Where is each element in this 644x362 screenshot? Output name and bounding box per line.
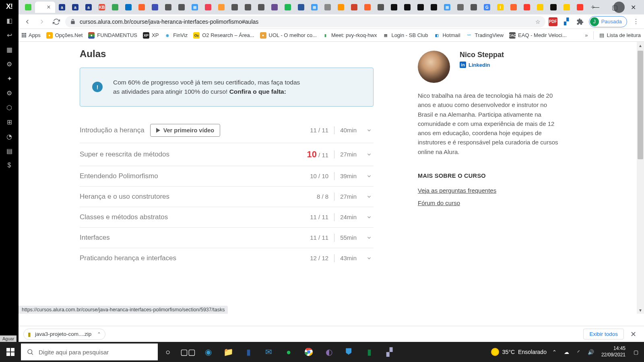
lesson-row[interactable]: Introdução a herançaVer primeiro vídeo11…	[80, 118, 374, 143]
tray-chevron-icon[interactable]: ⌃	[551, 349, 559, 355]
browser-tab[interactable]	[388, 2, 400, 13]
wifi-icon[interactable]: ◜	[575, 349, 583, 355]
browser-tab[interactable]	[242, 2, 254, 13]
browser-tab[interactable]	[162, 2, 175, 13]
browser-tab[interactable]	[321, 2, 334, 13]
lesson-row[interactable]: Entendendo Polimorfismo10 / 1039min	[80, 166, 374, 187]
browser-tab[interactable]: a	[69, 2, 82, 13]
browser-tab[interactable]	[255, 2, 268, 13]
chevron-down-icon[interactable]	[365, 128, 374, 133]
bookmark-item[interactable]: ●UOL - O melhor co...	[260, 32, 317, 39]
browser-tab[interactable]	[281, 2, 294, 13]
window-close-button[interactable]: ✕	[624, 2, 642, 13]
browser-tab[interactable]	[334, 2, 347, 13]
browser-tab[interactable]	[228, 2, 241, 13]
browser-tab[interactable]	[361, 2, 374, 13]
mail-icon[interactable]: ✉	[258, 342, 279, 362]
browser-tab[interactable]: i	[494, 2, 507, 13]
address-bar[interactable]: cursos.alura.com.br/course/java-heranca-…	[65, 16, 545, 27]
start-button[interactable]	[0, 342, 21, 362]
bookmark-item[interactable]: ◉FinViz	[164, 32, 188, 39]
window-maximize-button[interactable]: ▢	[605, 2, 624, 13]
taskbar-search[interactable]: Digite aqui para pesquisar	[21, 343, 158, 360]
browser-tab[interactable]	[268, 2, 281, 13]
clock[interactable]: 14:45 22/09/2021	[599, 346, 628, 358]
forum-link[interactable]: Fórum do curso	[418, 200, 563, 206]
reading-list-button[interactable]: ▤ Lista de leitura	[599, 32, 641, 38]
pdf-extension-icon[interactable]: PDF	[549, 17, 557, 26]
bookmark-item[interactable]: ▮Meet: pvy-rkoq-hwx	[322, 32, 377, 39]
show-all-downloads-button[interactable]: Exibir todos	[583, 329, 624, 339]
chevron-down-icon[interactable]	[365, 152, 374, 157]
browser-tab[interactable]: a	[82, 2, 95, 13]
window-minimize-button[interactable]: —	[587, 2, 605, 13]
profile-chip[interactable]: J Pausada	[589, 16, 627, 27]
close-downloads-button[interactable]: ✕	[627, 328, 639, 340]
back-button[interactable]	[22, 16, 33, 27]
scroll-thumb[interactable]	[638, 51, 643, 159]
browser-tab[interactable]: ⊞	[441, 2, 454, 13]
browser-tab[interactable]: a	[56, 2, 68, 13]
chevron-up-icon[interactable]: ⌃	[97, 331, 101, 337]
browser-tab[interactable]	[520, 2, 533, 13]
browser-tab[interactable]	[202, 2, 215, 13]
bookmark-item[interactable]: ●FUNDAMENTUS	[88, 32, 137, 39]
volume-icon[interactable]: 🔊	[587, 349, 595, 355]
progress-notice[interactable]: ! Com 60% de progresso você já tem seu c…	[80, 68, 374, 107]
browser-tab[interactable]: ⊞	[308, 2, 321, 13]
faq-link[interactable]: Veja as perguntas frequentes	[418, 187, 563, 194]
bookmark-item[interactable]: O₂O2 Research – Área...	[193, 32, 254, 39]
lesson-row[interactable]: Classes e métodos abstratos11 / 1124min	[80, 207, 374, 228]
browser-tab[interactable]: G	[481, 2, 493, 13]
shield-icon[interactable]: ⛊	[339, 342, 359, 362]
bookmark-item[interactable]: 〰TradingView	[466, 32, 504, 39]
lesson-row[interactable]: Super e reescrita de métodos10 / 1127min	[80, 143, 374, 166]
browser-tab[interactable]: ⊞	[188, 2, 201, 13]
bookmarks-overflow[interactable]: »	[585, 32, 588, 38]
excel-icon[interactable]: ▮	[359, 342, 379, 362]
explorer-icon[interactable]: 📁	[218, 342, 238, 362]
browser-tab[interactable]	[122, 2, 135, 13]
browser-tab[interactable]	[401, 2, 414, 13]
reload-button[interactable]	[51, 16, 62, 27]
chevron-down-icon[interactable]	[365, 255, 374, 261]
apps-button[interactable]: Apps	[22, 32, 41, 38]
browser-tab[interactable]: KB	[95, 2, 108, 13]
notifications-icon[interactable]: ▢	[632, 349, 640, 355]
instructor-linkedin-link[interactable]: in Linkedin	[460, 62, 504, 68]
task-view-icon[interactable]: ▢▢	[178, 342, 198, 362]
browser-tab[interactable]	[560, 2, 573, 13]
browser-tab[interactable]	[547, 2, 560, 13]
chevron-down-icon[interactable]	[365, 194, 374, 200]
browser-tab[interactable]	[534, 2, 547, 13]
chevron-down-icon[interactable]	[365, 235, 374, 241]
chevron-down-icon[interactable]	[365, 214, 374, 220]
menu-button[interactable]: ⋮	[631, 17, 641, 27]
scroll-down-icon[interactable]: ▼	[637, 306, 644, 314]
extension-icon[interactable]: ▞	[561, 17, 571, 27]
bookmark-item[interactable]: ▤Login - SB Club	[382, 32, 428, 39]
browser-tab[interactable]	[109, 2, 122, 13]
browser-tab[interactable]	[215, 2, 228, 13]
close-tab-icon[interactable]: ×	[47, 4, 50, 11]
cortana-icon[interactable]: ○	[158, 342, 178, 362]
bookmark-item[interactable]: XPXP	[143, 32, 159, 39]
app-icon[interactable]: ▞	[379, 342, 399, 362]
extensions-icon[interactable]	[575, 17, 585, 27]
bookmark-item[interactable]: ◧Hotmail	[433, 32, 460, 39]
lesson-row[interactable]: Interfaces11 / 1155min	[80, 228, 374, 248]
chrome-icon[interactable]	[299, 342, 319, 362]
lesson-row[interactable]: Herança e o uso construtores8 / 827min	[80, 187, 374, 207]
browser-tab[interactable]	[414, 2, 427, 13]
watch-first-video-button[interactable]: Ver primeiro vídeo	[150, 124, 221, 137]
browser-tab[interactable]	[22, 2, 35, 13]
bookmark-item[interactable]: ●Opções.Net	[46, 32, 83, 39]
browser-tab[interactable]	[374, 2, 387, 13]
onedrive-icon[interactable]: ☁	[563, 349, 571, 355]
download-item[interactable]: ▮ java3-projeto-com....zip ⌃	[23, 329, 105, 340]
browser-tab[interactable]: ××	[35, 2, 55, 13]
bookmark-item[interactable]: EAQEAQ - Medir Veloci...	[509, 32, 567, 39]
eclipse-icon[interactable]: ◐	[319, 342, 339, 362]
lesson-row[interactable]: Praticando herança e interfaces12 / 1243…	[80, 248, 374, 268]
spotify-icon[interactable]: ●	[279, 342, 299, 362]
